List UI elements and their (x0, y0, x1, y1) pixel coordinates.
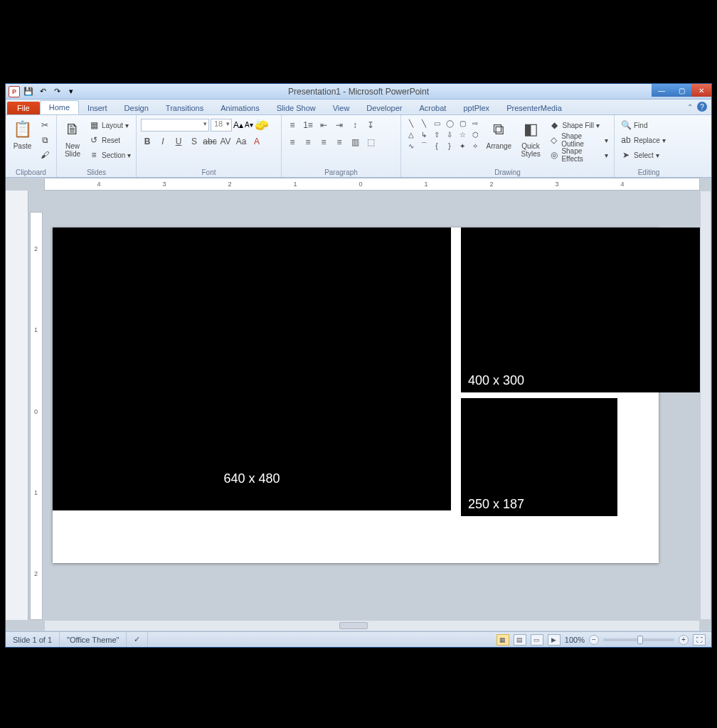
shadow-button[interactable]: S (188, 135, 201, 148)
vertical-scrollbar[interactable] (700, 191, 711, 620)
shapes-gallery[interactable]: ╲╲▭◯▢⇨ △↳⇧⇩☆⬡ ∿⌒{}✦✧ (405, 118, 481, 151)
redo-icon[interactable]: ↷ (51, 86, 63, 97)
shape-connector-icon[interactable]: ↳ (418, 129, 430, 139)
shape-outline-button[interactable]: ◇Shape Outline ▾ (548, 133, 610, 147)
shape-curve-icon[interactable]: ∿ (405, 141, 417, 151)
normal-view-button[interactable]: ▦ (496, 634, 509, 646)
justify-icon[interactable]: ≡ (333, 136, 346, 149)
shape-arrow-icon[interactable]: ⇨ (469, 118, 481, 128)
shape-line2-icon[interactable]: ╲ (418, 118, 430, 128)
shape-line-icon[interactable]: ╲ (405, 118, 417, 128)
align-left-icon[interactable]: ≡ (286, 136, 299, 149)
italic-button[interactable]: I (156, 135, 169, 148)
shape-hex-icon[interactable]: ⬡ (469, 129, 481, 139)
shape-brace-icon[interactable]: { (431, 141, 442, 151)
shape-star5-icon[interactable]: ✦ (457, 141, 468, 151)
text-direction-icon[interactable]: ↧ (364, 119, 377, 132)
undo-icon[interactable]: ↶ (37, 86, 48, 97)
strike-button[interactable]: abc (203, 135, 216, 148)
zoom-in-button[interactable]: + (679, 635, 689, 645)
shape-arrowdn-icon[interactable]: ⇩ (444, 129, 455, 139)
horizontal-scrollbar[interactable] (44, 620, 700, 631)
tab-home[interactable]: Home (40, 100, 79, 114)
reading-view-button[interactable]: ▭ (531, 634, 543, 646)
tab-presentermedia[interactable]: PresenterMedia (498, 102, 570, 114)
replace-button[interactable]: abReplace ▾ (619, 133, 667, 147)
scroll-thumb[interactable] (339, 622, 368, 629)
tab-pptplex[interactable]: pptPlex (455, 102, 498, 114)
layout-button[interactable]: ▦Layout ▾ (87, 118, 132, 132)
minimize-button[interactable]: — (652, 84, 671, 97)
zoom-knob[interactable] (637, 636, 643, 644)
bullets-icon[interactable]: ≡ (286, 119, 299, 132)
underline-button[interactable]: U (172, 135, 185, 148)
indent-right-icon[interactable]: ⇥ (333, 119, 346, 132)
placeholder-large[interactable]: 640 x 480 (53, 228, 451, 510)
indent-left-icon[interactable]: ⇤ (317, 119, 330, 132)
find-button[interactable]: 🔍Find (619, 118, 667, 132)
case-button[interactable]: Aa (235, 135, 248, 148)
sorter-view-button[interactable]: ▤ (514, 634, 526, 646)
save-icon[interactable]: 💾 (23, 86, 34, 97)
grow-font-icon[interactable]: A▴ (233, 120, 243, 130)
line-spacing-icon[interactable]: ↕ (349, 119, 361, 132)
qat-more-icon[interactable]: ▾ (65, 86, 77, 97)
shape-oval-icon[interactable]: ◯ (444, 118, 455, 128)
tab-transitions[interactable]: Transitions (157, 102, 212, 114)
collapse-ribbon-icon[interactable]: ⌃ (687, 103, 693, 111)
placeholder-small[interactable]: 250 x 187 (461, 398, 617, 516)
shape-star-icon[interactable]: ☆ (457, 129, 468, 139)
shape-arrowup-icon[interactable]: ⇧ (431, 129, 442, 139)
quick-styles-button[interactable]: ◧ Quick Styles (517, 118, 545, 158)
close-button[interactable]: ✕ (691, 84, 711, 97)
shape-brace2-icon[interactable]: } (444, 141, 455, 151)
reset-button[interactable]: ↺Reset (87, 133, 132, 147)
cut-button[interactable]: ✂ (38, 118, 52, 132)
font-color-button[interactable]: A (250, 135, 263, 148)
help-icon[interactable]: ? (697, 102, 707, 112)
slide-canvas[interactable]: 640 x 480 400 x 300 250 x 187 (44, 192, 700, 619)
tab-design[interactable]: Design (116, 102, 157, 114)
bold-button[interactable]: B (141, 135, 154, 148)
zoom-slider[interactable] (603, 638, 674, 641)
align-center-icon[interactable]: ≡ (302, 136, 314, 149)
shape-effects-button[interactable]: ◎Shape Effects ▾ (548, 148, 610, 162)
shape-callout-icon[interactable]: ✧ (469, 141, 481, 151)
font-size-combo[interactable]: 18 (211, 119, 232, 132)
arrange-button[interactable]: ⧉ Arrange (484, 118, 514, 150)
tab-file[interactable]: File (7, 102, 40, 114)
tab-slideshow[interactable]: Slide Show (268, 102, 324, 114)
tab-animations[interactable]: Animations (212, 102, 267, 114)
clear-format-icon[interactable]: 🧽 (255, 118, 269, 132)
columns-icon[interactable]: ▥ (349, 136, 361, 149)
placeholder-medium[interactable]: 400 x 300 (461, 228, 700, 392)
spellcheck-button[interactable]: ✓ (127, 632, 148, 647)
maximize-button[interactable]: ▢ (671, 84, 691, 97)
tab-view[interactable]: View (324, 102, 358, 114)
smartart-icon[interactable]: ⬚ (364, 136, 377, 149)
shape-rrect-icon[interactable]: ▢ (457, 118, 468, 128)
tab-developer[interactable]: Developer (358, 102, 410, 114)
shape-tri-icon[interactable]: △ (405, 129, 417, 139)
format-painter-button[interactable]: 🖌 (38, 148, 52, 162)
slideshow-view-button[interactable]: ▶ (548, 634, 561, 646)
font-face-combo[interactable] (141, 119, 209, 132)
shape-fill-button[interactable]: ◆Shape Fill ▾ (548, 118, 610, 132)
copy-button[interactable]: ⧉ (38, 133, 52, 147)
slide-thumbnail-pane[interactable] (6, 191, 28, 620)
slide[interactable]: 640 x 480 400 x 300 250 x 187 (53, 228, 659, 563)
shrink-font-icon[interactable]: A▾ (245, 121, 253, 129)
zoom-out-button[interactable]: − (589, 635, 599, 645)
tab-acrobat[interactable]: Acrobat (411, 102, 455, 114)
shape-rect-icon[interactable]: ▭ (431, 118, 442, 128)
tab-insert[interactable]: Insert (79, 102, 116, 114)
select-button[interactable]: ➤Select ▾ (619, 148, 667, 162)
paste-button[interactable]: 📋 Paste (10, 118, 35, 150)
new-slide-button[interactable]: 🗎 New Slide (61, 118, 84, 158)
shape-arc-icon[interactable]: ⌒ (418, 141, 430, 151)
align-right-icon[interactable]: ≡ (317, 136, 330, 149)
section-button[interactable]: ≡Section ▾ (87, 148, 132, 162)
fit-window-button[interactable]: ⛶ (693, 634, 706, 646)
spacing-button[interactable]: AV (219, 135, 232, 148)
numbering-icon[interactable]: 1≡ (302, 119, 314, 132)
